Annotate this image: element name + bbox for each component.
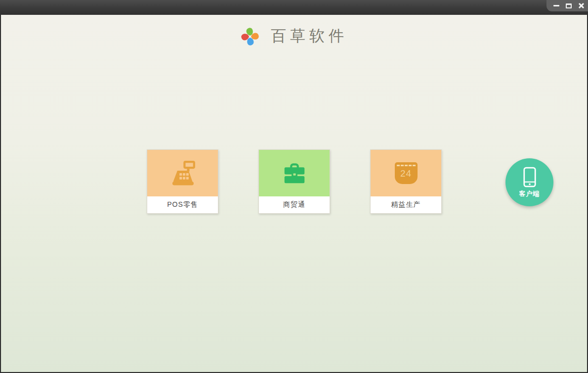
cash-register-icon — [169, 160, 196, 186]
pos-card-label: POS零售 — [147, 196, 218, 213]
product-card-trade[interactable]: 商贸通 — [258, 149, 330, 214]
client-button[interactable]: 客户端 — [505, 158, 553, 206]
maximize-button[interactable] — [565, 2, 573, 10]
minimize-button[interactable] — [552, 2, 560, 10]
pinwheel-icon — [240, 26, 260, 46]
smartphone-icon — [523, 167, 537, 187]
pos-card-tile — [147, 150, 218, 196]
app-window: 百草软件 — [0, 0, 588, 373]
main-content: 百草软件 — [0, 15, 588, 373]
lean-card-label: 精益生产 — [371, 196, 441, 213]
calendar-binding-dashes — [397, 165, 416, 166]
briefcase-icon — [281, 160, 308, 186]
trade-card-tile — [259, 150, 330, 196]
calendar-icon: 24 — [395, 162, 418, 184]
lean-card-tile: 24 — [371, 150, 441, 196]
titlebar[interactable] — [0, 0, 588, 15]
brand-header: 百草软件 — [1, 26, 587, 47]
calendar-day-number: 24 — [395, 168, 418, 179]
product-card-pos[interactable]: POS零售 — [147, 149, 218, 214]
window-controls — [546, 0, 588, 11]
client-button-label: 客户端 — [519, 189, 540, 198]
close-button[interactable] — [577, 2, 585, 10]
close-icon — [578, 2, 585, 9]
maximize-icon — [566, 3, 572, 8]
product-card-lean[interactable]: 24 精益生产 — [370, 149, 442, 214]
trade-card-label: 商贸通 — [259, 196, 330, 213]
app-title: 百草软件 — [271, 26, 348, 47]
minimize-icon — [553, 5, 559, 6]
